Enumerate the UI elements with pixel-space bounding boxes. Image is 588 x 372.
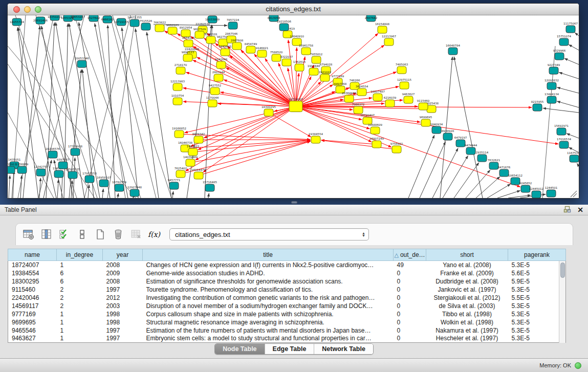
column-header-short[interactable]: short: [426, 249, 508, 261]
zoom-button[interactable]: [35, 6, 41, 13]
graph-node[interactable]: 1244501: [545, 186, 558, 197]
close-panel-icon[interactable]: ✕: [577, 206, 583, 213]
cell[interactable]: 2: [57, 286, 103, 294]
cell[interactable]: Dudbridge et al. (2008): [426, 277, 508, 286]
cell[interactable]: de Silva et al. (2003): [426, 302, 508, 310]
cell[interactable]: 22420046: [8, 294, 57, 302]
graph-node[interactable]: 9463627: [402, 93, 415, 103]
cell[interactable]: 1997: [103, 326, 143, 335]
cell[interactable]: Franke et al. (2009): [426, 269, 508, 277]
cell[interactable]: 1: [57, 310, 103, 318]
table-settings-icon[interactable]: [23, 229, 34, 240]
table-row[interactable]: 977716911998Corpus callosum shape and si…: [8, 310, 566, 318]
table-row[interactable]: 2242004622012Investigating the contribut…: [8, 294, 566, 302]
cell[interactable]: 5.9E-5: [508, 277, 566, 286]
cell[interactable]: 1997: [103, 335, 143, 343]
cell[interactable]: Structural magnetic resonance image aver…: [143, 318, 394, 326]
graph-node[interactable]: 1010754: [171, 94, 184, 105]
cell[interactable]: Yano et al. (2008): [426, 261, 508, 269]
panel-resize-handle[interactable]: [291, 201, 297, 204]
graph-node[interactable]: 7986372: [352, 103, 365, 114]
graph-node[interactable]: 6466160: [101, 16, 114, 23]
graph-node[interactable]: 1493822: [187, 145, 200, 156]
cell[interactable]: 0: [394, 310, 426, 318]
table-scrollbar-thumb[interactable]: [560, 262, 565, 278]
cell[interactable]: 6: [57, 277, 103, 286]
graph-node[interactable]: 9329966: [553, 49, 566, 60]
cell[interactable]: 0: [394, 277, 426, 286]
graph-node[interactable]: 18724007: [289, 98, 303, 112]
close-button[interactable]: [13, 6, 20, 13]
cell[interactable]: 5.3E-5: [508, 302, 566, 310]
graph-node[interactable]: 9890123: [182, 51, 194, 61]
cell[interactable]: 9699695: [8, 318, 57, 326]
graph-node[interactable]: 9227349: [548, 63, 560, 74]
table-selector-dropdown[interactable]: citations_edges.txt ▲▼: [169, 228, 369, 240]
cell[interactable]: 1: [57, 326, 103, 335]
cell[interactable]: 5.3E-5: [508, 318, 566, 326]
cell[interactable]: 2003: [103, 302, 143, 310]
cell[interactable]: Tibbo et al. (1998): [426, 310, 508, 318]
cell[interactable]: Disruption of a novel member of a sodium…: [143, 302, 394, 310]
table-row[interactable]: 1938455462009Genome-wide association stu…: [8, 269, 566, 277]
graph-node[interactable]: 9115460: [417, 99, 430, 110]
graph-node[interactable]: 1921022: [319, 71, 332, 81]
cell[interactable]: 1998: [103, 310, 143, 318]
graph-node[interactable]: 2687682: [365, 15, 378, 21]
cell[interactable]: 19384554: [8, 269, 57, 277]
cell[interactable]: Investigating the contribution of common…: [143, 294, 394, 302]
cell[interactable]: 9777169: [8, 310, 57, 318]
graph-node[interactable]: 1362615: [293, 60, 306, 71]
column-header-pagerank[interactable]: pagerank: [508, 249, 566, 261]
cell[interactable]: Changes of HCN gene expression and I(f) …: [143, 261, 394, 269]
graph-node[interactable]: 2718170: [175, 63, 187, 74]
graph-node[interactable]: 2803144: [212, 71, 225, 81]
cell[interactable]: 2: [57, 302, 103, 310]
table-row[interactable]: 969969511998Structural magnetic resonanc…: [8, 318, 566, 326]
cell[interactable]: Embryonic stem cells: a model to study s…: [143, 335, 394, 343]
cell[interactable]: 5.3E-5: [508, 261, 566, 269]
cell[interactable]: 0: [394, 302, 426, 310]
graph-node[interactable]: 7663822: [154, 21, 166, 32]
graph-node[interactable]: 7485063: [396, 63, 408, 74]
cell[interactable]: 2012: [103, 294, 143, 302]
graph-node[interactable]: 8878342: [192, 133, 205, 143]
graph-node[interactable]: 1654123: [182, 36, 195, 47]
column-header-name[interactable]: name: [8, 249, 57, 261]
graph-node[interactable]: 3624554: [356, 85, 368, 96]
graph-node[interactable]: 7515526: [140, 19, 153, 30]
new-table-icon[interactable]: [95, 229, 106, 240]
graph-node[interactable]: 8938928: [442, 129, 454, 140]
table-row[interactable]: 946362711997Embryonic stem cells: a mode…: [8, 335, 566, 343]
row-selection-icon[interactable]: [59, 229, 70, 240]
graph-node[interactable]: 9146821: [256, 47, 269, 57]
table-row[interactable]: 911546021997Tourette syndrome. Phenomeno…: [8, 286, 566, 294]
cell[interactable]: 1: [57, 335, 103, 343]
graph-node[interactable]: 7955812: [310, 53, 323, 63]
cell[interactable]: 0: [394, 318, 426, 326]
cell[interactable]: 18300295: [8, 277, 57, 286]
cell[interactable]: 1998: [103, 318, 143, 326]
cell[interactable]: 2008: [103, 261, 143, 269]
cell[interactable]: 0: [394, 326, 426, 335]
graph-node[interactable]: 9397587: [57, 158, 70, 169]
table-row[interactable]: 946554611997Estimation of the future num…: [8, 326, 566, 335]
graph-node[interactable]: 8322037: [280, 55, 293, 66]
column-header-in_degree[interactable]: in_degree: [57, 249, 103, 261]
cell[interactable]: 18724007: [8, 261, 57, 269]
tab-node-table[interactable]: Node Table: [215, 344, 264, 354]
cell[interactable]: 14569117: [8, 302, 57, 310]
cell[interactable]: 0: [394, 286, 426, 294]
graph-node[interactable]: 6216039: [384, 96, 397, 107]
graph-node[interactable]: 8186328: [205, 33, 217, 43]
cell[interactable]: Stergiakouli et al. (2012): [426, 294, 508, 302]
table-row[interactable]: 1456911722003Disruption of a novel membe…: [8, 302, 566, 310]
delete-column-icon[interactable]: [130, 229, 142, 240]
minimize-button[interactable]: [24, 6, 31, 13]
table-scrollbar[interactable]: [559, 261, 565, 343]
window-titlebar[interactable]: citations_edges.txt: [8, 4, 579, 15]
network-view-window[interactable]: citations_edges.txt 18724007193845541830…: [7, 3, 579, 199]
cell[interactable]: 2008: [103, 277, 143, 286]
cell[interactable]: 5.3E-5: [508, 335, 566, 343]
row-height-icon[interactable]: [77, 229, 88, 240]
